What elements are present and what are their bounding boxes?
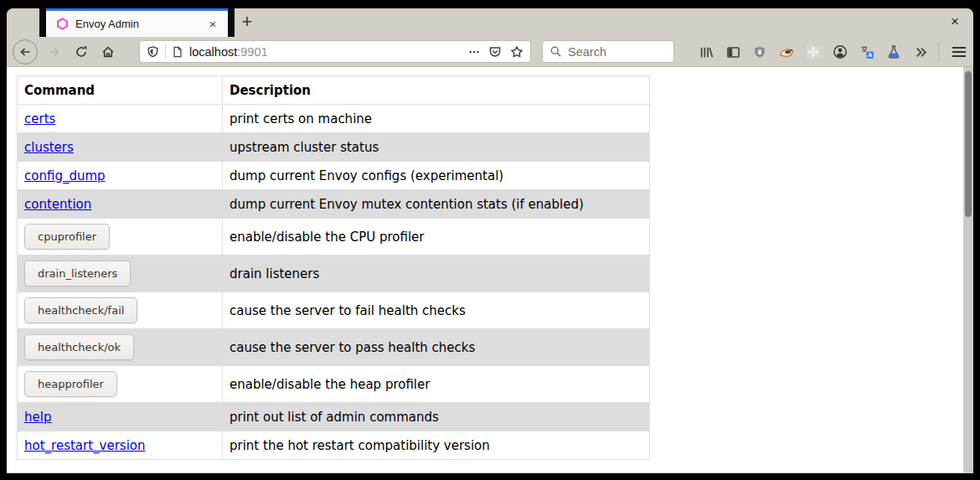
tab-bar: Envoy Admin × + × — [7, 8, 973, 37]
description-cell: print certs on machine — [223, 105, 650, 133]
toolbar-separator — [938, 42, 939, 62]
reload-icon — [75, 45, 88, 59]
table-row: config_dump dump current Envoy configs (… — [18, 162, 650, 190]
new-tab-icon[interactable]: + — [235, 11, 260, 34]
nav-toolbar: localhost:9901 — [7, 37, 973, 67]
window-close-icon[interactable]: × — [943, 8, 967, 37]
forward-button[interactable] — [42, 39, 67, 65]
url-port: :9901 — [237, 45, 267, 59]
description-cell: dump current Envoy configs (experimental… — [223, 162, 650, 190]
tab-separator — [39, 8, 46, 37]
tab-title: Envoy Admin — [75, 18, 204, 30]
tracking-shield-icon[interactable] — [147, 45, 159, 59]
command-link-config-dump[interactable]: config_dump — [24, 168, 106, 183]
search-input[interactable] — [568, 45, 667, 59]
table-row: certs print certs on machine — [18, 105, 650, 133]
pocket-icon[interactable] — [488, 45, 502, 59]
column-header-command: Command — [18, 76, 223, 105]
description-cell: cause the server to pass health checks — [223, 329, 650, 366]
command-button-drain-listeners[interactable]: drain_listeners — [24, 261, 131, 286]
overflow-chevron-icon[interactable] — [910, 42, 931, 62]
reload-button[interactable] — [69, 39, 94, 65]
page-content: Command Description certs print certs on… — [7, 67, 973, 472]
account-icon[interactable] — [830, 42, 850, 62]
extension-disabled-icon[interactable] — [803, 42, 823, 62]
description-cell: print the hot restart compatibility vers… — [223, 431, 650, 460]
command-button-healthcheck-ok[interactable]: healthcheck/ok — [24, 334, 134, 360]
description-cell: enable/disable the CPU profiler — [223, 219, 650, 255]
search-icon — [549, 45, 562, 58]
library-icon[interactable] — [696, 42, 716, 62]
flask-icon[interactable] — [884, 42, 904, 62]
url-host: localhost — [189, 45, 237, 59]
description-cell: enable/disable the heap profiler — [223, 366, 650, 403]
table-row: contention dump current Envoy mutex cont… — [18, 190, 650, 219]
menu-button[interactable] — [946, 39, 972, 65]
command-link-help[interactable]: help — [24, 410, 51, 425]
extension-1-icon[interactable] — [776, 42, 797, 62]
scrollbar-track[interactable] — [963, 67, 973, 472]
command-link-certs[interactable]: certs — [24, 111, 55, 126]
description-cell: cause the server to fail health checks — [223, 292, 650, 329]
description-cell: dump current Envoy mutex contention stat… — [223, 190, 650, 219]
command-button-healthcheck-fail[interactable]: healthcheck/fail — [24, 297, 137, 323]
scrollbar-thumb[interactable] — [965, 71, 972, 217]
column-header-description: Description — [223, 76, 650, 105]
forward-icon — [48, 45, 61, 59]
table-row: help print out list of admin commands — [18, 403, 650, 431]
tab-separator — [228, 8, 235, 37]
urlbar-separator — [165, 44, 166, 59]
table-row: drain_listeners drain listeners — [18, 255, 650, 292]
translate-icon[interactable]: A — [857, 42, 877, 62]
back-button[interactable] — [13, 39, 38, 65]
sidebar-icon[interactable] — [723, 42, 743, 62]
bookmark-star-icon[interactable] — [510, 45, 524, 59]
hamburger-menu-icon — [952, 46, 967, 58]
url-bar[interactable]: localhost:9901 — [139, 40, 531, 63]
svg-text:A: A — [868, 51, 873, 59]
envoy-favicon-icon — [56, 18, 69, 30]
table-row: hot_restart_version print the hot restar… — [18, 431, 650, 460]
home-button[interactable] — [95, 39, 121, 65]
page-icon[interactable] — [172, 45, 183, 59]
tab-envoy-admin[interactable]: Envoy Admin × — [46, 8, 228, 37]
back-icon — [18, 45, 32, 59]
table-row: healthcheck/fail cause the server to fai… — [18, 292, 650, 329]
command-button-heapprofiler[interactable]: heapprofiler — [24, 371, 117, 397]
home-icon — [101, 45, 115, 59]
table-header-row: Command Description — [18, 76, 650, 105]
envoy-admin-page: Command Description certs print certs on… — [17, 75, 973, 460]
table-row: healthcheck/ok cause the server to pass … — [18, 329, 650, 366]
command-link-hot-restart-version[interactable]: hot_restart_version — [24, 438, 146, 453]
url-text[interactable]: localhost:9901 — [189, 45, 468, 59]
command-button-cpuprofiler[interactable]: cpuprofiler — [24, 224, 110, 250]
shield-lock-icon[interactable] — [750, 42, 770, 62]
url-actions — [468, 45, 524, 59]
tab-close-icon[interactable]: × — [204, 16, 221, 33]
toolbar-right-icons: A — [696, 42, 931, 62]
description-cell: upstream cluster status — [223, 133, 650, 162]
browser-window: Envoy Admin × + × — [7, 8, 973, 473]
description-cell: print out list of admin commands — [223, 403, 650, 431]
page-actions-icon[interactable] — [468, 46, 480, 58]
search-bar[interactable] — [542, 40, 674, 63]
command-link-clusters[interactable]: clusters — [24, 140, 74, 155]
command-table: Command Description certs print certs on… — [17, 75, 650, 460]
command-link-contention[interactable]: contention — [24, 197, 91, 212]
table-row: clusters upstream cluster status — [18, 133, 650, 162]
description-cell: drain listeners — [223, 255, 650, 292]
table-row: cpuprofiler enable/disable the CPU profi… — [18, 219, 650, 255]
table-row: heapprofiler enable/disable the heap pro… — [18, 366, 650, 403]
